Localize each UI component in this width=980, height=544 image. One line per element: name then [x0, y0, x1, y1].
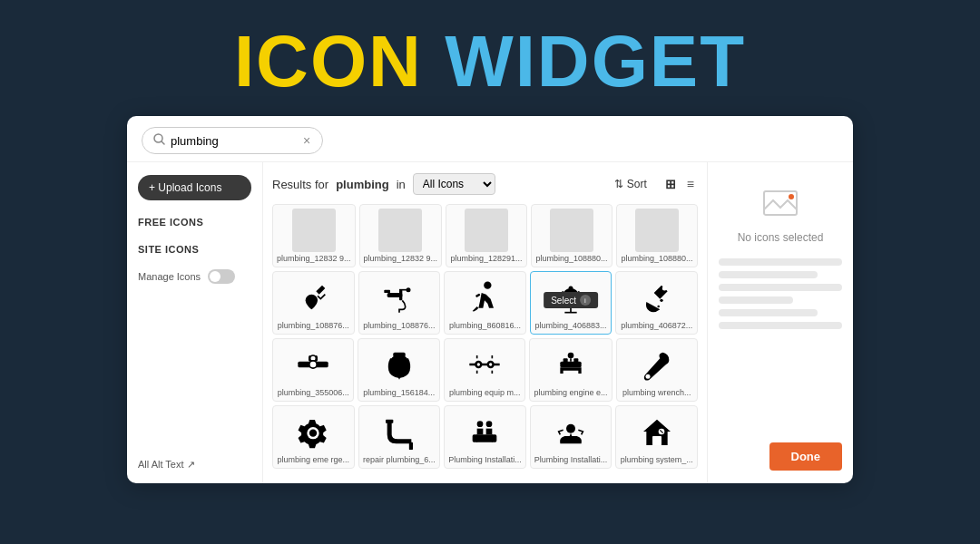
title-icon-word: ICON	[234, 21, 423, 102]
svg-point-18	[652, 308, 655, 311]
icon-pipe-bend[interactable]: repair plumbing_6...	[358, 405, 441, 469]
svg-rect-42	[486, 429, 493, 435]
icon-water-wrench[interactable]: plumbing_108876...	[272, 271, 355, 335]
svg-point-43	[477, 421, 484, 427]
icon-house[interactable]: plumbing system_...	[615, 405, 698, 469]
icon-grid-row1: plumbing_108876...	[272, 271, 698, 335]
svg-rect-40	[473, 434, 497, 442]
svg-rect-4	[384, 290, 390, 293]
results-header: Results for plumbing in All Icons Free I…	[272, 173, 698, 195]
icon-pipe-valve[interactable]: plumbing_355006...	[272, 338, 354, 402]
manage-icons-toggle[interactable]	[208, 269, 235, 284]
filter-select[interactable]: All Icons Free Icons Site Icons	[413, 173, 495, 195]
placeholder-line-2	[719, 271, 818, 278]
svg-point-7	[485, 282, 492, 289]
app-title: ICON WIDGET	[0, 25, 980, 98]
title-widget-word: WIDGET	[445, 21, 746, 102]
sidebar: + Upload Icons FREE ICONS SITE ICONS Man…	[127, 162, 263, 483]
icon-shower-wrench[interactable]: plumbing_406872...	[615, 271, 698, 335]
sort-label: Sort	[627, 178, 647, 190]
placeholder-line-4	[719, 296, 793, 304]
all-alt-text-link[interactable]: All Alt Text ↗	[138, 459, 251, 471]
placeholder-lines	[719, 258, 842, 329]
grid-view-button[interactable]: ⊞	[662, 175, 680, 193]
svg-point-28	[477, 363, 480, 365]
site-icons-label: SITE ICONS	[138, 244, 251, 255]
svg-point-12	[569, 287, 573, 291]
results-prefix: Results for	[272, 178, 328, 191]
free-icons-label: FREE ICONS	[138, 217, 251, 228]
svg-point-37	[309, 430, 317, 437]
icon-installation2[interactable]: Plumbing Installati...	[530, 405, 612, 469]
panel-body: + Upload Icons FREE ICONS SITE ICONS Man…	[127, 162, 853, 483]
search-bar: ×	[127, 116, 853, 162]
icon-equipment[interactable]: plumbing equip m...	[444, 338, 525, 402]
search-input[interactable]	[171, 134, 298, 148]
svg-rect-38	[386, 420, 393, 423]
svg-line-1	[162, 141, 164, 144]
svg-rect-46	[652, 436, 662, 445]
placeholder-line-1	[719, 258, 842, 266]
no-icons-illustration	[762, 184, 799, 224]
list-view-button[interactable]: ≡	[683, 175, 698, 193]
manage-icons-row: Manage Icons	[138, 269, 251, 284]
svg-rect-3	[399, 290, 402, 301]
svg-rect-24	[391, 357, 407, 360]
search-keyword: plumbing	[336, 178, 389, 191]
icon-grid-row2: plumbing_355006... plumbing_156	[272, 338, 698, 402]
svg-rect-32	[573, 358, 578, 363]
icon-grid-row3: plumbing eme rge... repair plumbing_6...	[272, 405, 698, 469]
info-icon: i	[580, 295, 591, 306]
svg-point-45	[566, 424, 575, 433]
icon-selected[interactable]: Select i plumbing_406883...	[530, 271, 612, 335]
upload-icons-button[interactable]: + Upload Icons	[138, 175, 251, 200]
svg-point-15	[662, 287, 667, 291]
svg-point-35	[645, 374, 650, 379]
icon-placeholder-1[interactable]: plumbing_12832 9...	[272, 204, 356, 267]
main-panel: × + Upload Icons FREE ICONS SITE ICONS M…	[127, 116, 853, 483]
content-area: Results for plumbing in All Icons Free I…	[263, 162, 853, 483]
svg-rect-41	[477, 429, 484, 435]
svg-point-16	[660, 299, 662, 302]
icon-placeholder-3[interactable]: plumbing_128291...	[446, 204, 527, 267]
no-icons-text: No icons selected	[738, 231, 824, 244]
select-overlay[interactable]: Select i	[544, 292, 598, 308]
icon-plumber[interactable]: plumbing_860816...	[444, 271, 526, 335]
manage-icons-label: Manage Icons	[138, 271, 201, 282]
svg-rect-39	[409, 442, 413, 450]
svg-point-29	[489, 363, 492, 365]
results-in: in	[397, 178, 406, 191]
icon-faucet[interactable]: plumbing_108876...	[358, 271, 441, 335]
icons-panel: Results for plumbing in All Icons Free I…	[263, 162, 708, 483]
placeholder-line-6	[719, 322, 842, 329]
header: ICON WIDGET	[0, 0, 980, 116]
search-icon	[153, 132, 165, 149]
icon-placeholder-2[interactable]: plumbing_12832 9...	[359, 204, 443, 267]
icon-gear[interactable]: plumbing eme rge...	[272, 405, 355, 469]
view-buttons: ⊞ ≡	[662, 175, 698, 193]
icon-engineer[interactable]: plumbing engine e...	[529, 338, 612, 402]
placeholder-line-3	[719, 284, 842, 291]
icon-grid-row0: plumbing_12832 9... plumbing_12832 9... …	[272, 204, 698, 267]
sort-icon: ⇅	[614, 178, 623, 190]
svg-point-50	[789, 194, 794, 199]
right-panel: No icons selected Done	[708, 162, 853, 483]
icon-placeholder-5[interactable]: plumbing_108880...	[616, 204, 698, 267]
svg-point-17	[657, 306, 660, 308]
icon-placeholder-4[interactable]: plumbing_108880...	[531, 204, 612, 267]
sort-button[interactable]: ⇅ Sort	[614, 178, 647, 190]
icon-installation1[interactable]: Plumbing Installati...	[444, 405, 526, 469]
search-input-wrap[interactable]: ×	[142, 127, 323, 154]
svg-point-22	[309, 361, 317, 368]
svg-rect-31	[564, 358, 568, 363]
placeholder-line-5	[719, 309, 818, 316]
clear-search-button[interactable]: ×	[303, 134, 310, 147]
svg-rect-8	[475, 294, 481, 298]
done-button[interactable]: Done	[769, 442, 843, 471]
svg-point-33	[568, 353, 574, 359]
icon-wrench[interactable]: plumbing wrench...	[616, 338, 698, 402]
icon-toilet[interactable]: plumbing_156184...	[358, 338, 439, 402]
svg-point-44	[486, 421, 493, 427]
